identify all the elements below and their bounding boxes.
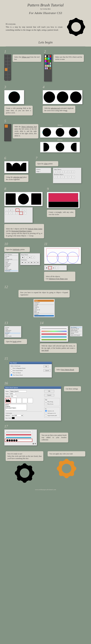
menu-item[interactable]: Group [34,305,54,306]
menu-item[interactable]: Pathfinder [5,270,18,272]
dist-5[interactable]: ⦀ [68,176,71,178]
keycolor-swatch[interactable] [12,417,15,419]
tile-2[interactable] [11,398,16,403]
menu-item[interactable]: Appearance [5,330,21,331]
menu-item[interactable]: Attributes [5,264,18,266]
pathfinder-palette: ◼ ◻ ◆ ◇ [44,265,67,270]
menu-item[interactable]: Color [5,334,21,335]
dist-6[interactable]: ⦀ [72,176,75,178]
menu-item[interactable]: Transform [34,302,54,303]
horizontal-distribute-center[interactable]: ⦀ [20,212,23,214]
align-hcenter[interactable]: ◫ [57,171,61,173]
menu-item[interactable]: Unlock All [34,309,54,310]
brush-name-input[interactable] [10,390,27,392]
footer-right-caption: You can apply any color you want [48,451,85,456]
menu-item[interactable]: Show All [34,312,54,313]
scale-input[interactable] [9,393,16,395]
step-number: 4 [43,85,84,89]
step-5: 5 With the Direct Selection Tool select … [4,119,84,152]
step-7: 7 Open the Align palette WindowAlign ✓ A… [36,156,82,183]
menu-item[interactable]: Duplicate Brush [71,328,82,330]
step-number: 7 [36,156,82,160]
menu-item[interactable]: Arrange [34,303,54,304]
method-select[interactable]: Hue Shift [11,414,23,416]
menu-item[interactable]: Expand... [34,314,54,315]
delete-brush-icon[interactable]: 🗑 [35,443,36,444]
svg-point-31 [70,461,74,465]
menu-item[interactable]: Delete Brush [71,330,82,331]
cancel-button[interactable]: Cancel [44,394,54,396]
menu-item[interactable]: Actions [5,327,21,328]
align-right[interactable]: ▯ [61,171,64,173]
step-number: 13 [4,321,37,325]
menu-item[interactable]: Lock [34,308,54,309]
vertical-align-center[interactable]: ▭ [16,209,19,211]
radio-scatter[interactable] [11,370,12,371]
menu-item[interactable]: Actions [5,260,18,262]
menu-item[interactable]: New Brush... [71,327,82,328]
menu-item[interactable]: Brushes [5,266,18,267]
tile-4[interactable] [22,398,27,403]
menu-item[interactable]: Align [5,262,18,263]
menu-item[interactable]: New Window [5,254,18,255]
menu-item[interactable]: Ungroup [34,306,54,308]
svg-point-17 [11,440,13,442]
align-vcenter[interactable]: ▭ [68,171,71,173]
pf-exclude[interactable]: ◇ [32,256,35,258]
pattern-list[interactable]: None Original Decorated Pattern [6,404,27,410]
flip-across[interactable] [45,403,47,405]
tile-3[interactable] [17,398,22,403]
direct-selection-tool[interactable] [5,124,8,128]
dist-1[interactable]: ≡ [54,176,57,178]
flip-along[interactable] [45,401,47,402]
cancel-button[interactable]: Cancel [44,369,51,372]
radio-art[interactable] [11,372,12,374]
dist-3[interactable]: ≡ [61,176,64,178]
menu-item[interactable]: Color Guide [5,269,18,270]
menu-item[interactable]: Brushes [5,332,21,334]
menu-item[interactable]: Arrange Icons [5,258,18,260]
menu-item[interactable]: Expand Appearance [34,315,54,316]
menu-item[interactable]: Attributes [5,331,21,332]
fit-space[interactable] [45,412,47,414]
canvas-preview [43,90,82,104]
ok-button[interactable]: OK [44,365,49,368]
pf-add[interactable]: ◼ [21,256,24,258]
menu-item[interactable]: Cascade [5,256,18,257]
pf-subtract[interactable]: ◻ [25,256,28,258]
ellipse-tool[interactable] [5,68,8,71]
menu-item[interactable]: Color Guide [5,335,21,337]
lets-begin-heading: Lets begin [6,39,85,46]
spacing-input[interactable] [11,395,17,397]
step-number: 6 [4,156,33,160]
fit-approx[interactable] [45,414,47,416]
menu-item[interactable]: Align [5,328,21,330]
ok-button[interactable]: OK [44,390,54,392]
svg-point-4 [79,30,83,34]
menu-item[interactable]: Select All Unused [71,334,82,336]
step-caption: Select all the objects. Use Substract Fr… [44,272,75,282]
svg-point-37 [59,461,63,465]
dist-4[interactable]: ⦀ [65,176,68,178]
menu-item[interactable]: Hide [34,310,54,312]
align-bottom[interactable]: ▭ [72,171,75,173]
tile-main[interactable] [6,398,11,403]
align-left[interactable]: ▯ [54,171,57,173]
menu-item[interactable]: Color [5,267,18,269]
dist-2[interactable]: ≡ [57,176,61,178]
menu-item[interactable]: Tile [5,257,18,258]
radio-calligraphic[interactable] [11,367,12,369]
menu-item[interactable]: Remove Brush Stroke [71,331,82,334]
delete-label: Delete [40,139,80,141]
subtract-shape-area[interactable]: ◻ [48,266,52,269]
pf-intersect[interactable]: ◆ [28,256,31,258]
fit-stretch[interactable] [45,410,47,412]
step-1: 1 Select the Ellipse tool from the tool … [4,49,41,82]
orange-flower-icon [57,458,76,478]
menu-item[interactable]: Appearance [5,263,18,264]
tile-5[interactable] [28,398,33,403]
new-pattern-brush-row[interactable] [5,439,32,442]
new-brush-icon[interactable]: ▦ [33,443,34,444]
align-top[interactable]: ▭ [65,171,68,173]
radio-pattern[interactable] [11,374,12,376]
